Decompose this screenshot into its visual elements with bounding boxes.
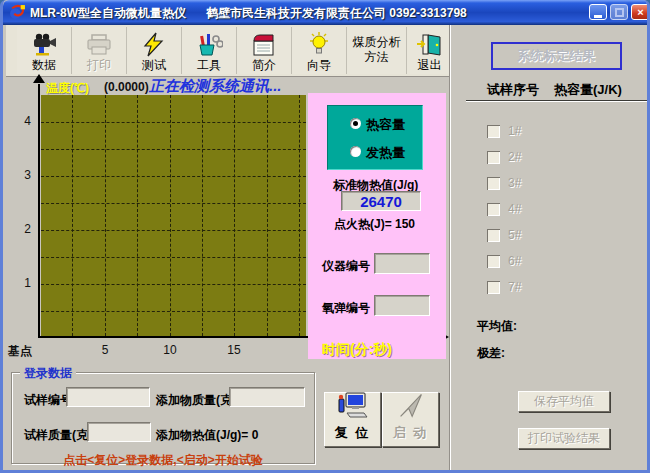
gridline-vertical [267, 95, 268, 336]
toolbar-label: 数据 [32, 58, 56, 72]
checkbox-sample-5 [487, 229, 500, 242]
radio-heat-capacity[interactable] [350, 118, 361, 129]
tools-icon [196, 33, 223, 58]
gridline-vertical [170, 95, 171, 336]
toolbar-button-coal-analysis[interactable]: 煤质分析方法 [347, 27, 407, 74]
checkbox-label: 1# [508, 124, 521, 138]
toolbar-button-data[interactable]: 数据 [17, 27, 72, 74]
toolbar-label: 打印 [87, 58, 111, 72]
y-axis-line [38, 84, 40, 338]
bomb-no-input[interactable] [375, 297, 429, 316]
toolbar-label: 简介 [252, 58, 276, 72]
start-button-label: 启 动 [393, 424, 429, 442]
printer-icon [86, 33, 112, 58]
additive-mass-input[interactable] [230, 389, 304, 407]
window-title: MLR-8W型全自动微机量热仪 [30, 5, 186, 22]
toolbar-label: 向导 [307, 58, 331, 72]
additive-mass-field-frame [229, 387, 305, 407]
login-data-groupbox: 登录数据 试样编号 添加物质量(克) 试样质量(克) 添加物热值(J/g)= 0… [11, 372, 315, 464]
x-tick-label: 15 [222, 343, 246, 357]
checkbox-label: 6# [508, 254, 521, 268]
y-tick-label: 4 [15, 114, 31, 128]
gridline-vertical [72, 95, 73, 336]
window-company-title: 鹤壁市民生科技开发有限责任公司 0392-3313798 [206, 5, 467, 22]
toolbar-label: 煤质分析方法 [351, 35, 403, 65]
sample-no-field-frame [66, 387, 150, 407]
checkbox-sample-4 [487, 203, 500, 216]
toolbar-button-print: 打印 [72, 27, 127, 74]
maximize-icon [615, 8, 624, 17]
reset-button[interactable]: 复 位 [324, 392, 381, 447]
toolbar-button-test[interactable]: 测试 [127, 27, 182, 74]
close-button[interactable]: × [631, 4, 650, 20]
toolbar: 数据 打印 测试 工具 简介 向导 煤质分析方法 退出 [6, 25, 449, 77]
instrument-no-label: 仪器编号 [322, 258, 370, 275]
sample-no-label: 试样编号 [24, 392, 72, 409]
ignition-heat-text: 点火热(J)= 150 [334, 216, 415, 233]
x-origin-label: 基点 [8, 343, 32, 360]
toolbar-button-exit[interactable]: 退出 [407, 27, 452, 74]
sample-mass-label: 试样质量(克) [24, 427, 92, 444]
reset-button-label: 复 位 [335, 424, 371, 442]
gridline-vertical [234, 95, 235, 336]
start-button: 启 动 [382, 392, 439, 447]
exit-door-icon [416, 33, 443, 58]
calibration-results-title: 系统标定结果 [491, 42, 622, 70]
checkbox-label: 2# [508, 150, 521, 164]
minimize-icon [594, 15, 602, 18]
maximize-button[interactable] [610, 4, 628, 20]
additive-mass-label: 添加物质量(克) [156, 392, 236, 409]
toolbar-label: 退出 [418, 58, 442, 72]
results-panel: 系统标定结果 试样序号 热容量(J/K) 1# 2# 3# 4# 5# 6# 7… [449, 25, 650, 470]
checkbox-label: 4# [508, 202, 521, 216]
toolbar-button-wizard[interactable]: 向导 [292, 27, 347, 74]
minimize-button[interactable] [589, 4, 607, 20]
x-tick-label: 10 [158, 343, 182, 357]
radio-heat-capacity-label: 热容量 [366, 116, 405, 134]
checkbox-sample-6 [487, 255, 500, 268]
status-message: 正在检测系统通讯... [149, 77, 282, 96]
y-axis-arrow [33, 74, 45, 83]
checkbox-label: 3# [508, 176, 521, 190]
instrument-no-field-frame [374, 253, 430, 274]
save-average-button: 保存平均值 [518, 391, 610, 412]
standard-heat-input[interactable] [342, 192, 420, 210]
standard-heat-field-frame [341, 191, 421, 211]
chart-plot-area [41, 95, 306, 336]
toolbar-label: 工具 [197, 58, 221, 72]
column-header-sample: 试样序号 [487, 81, 539, 99]
checkbox-sample-7 [487, 281, 500, 294]
toolbar-label: 测试 [142, 58, 166, 72]
bomb-no-label: 氧弹编号 [322, 300, 370, 317]
y-tick-label: 1 [15, 276, 31, 290]
operation-hint: 点击<复位>登录数据,<启动>开始试验 [12, 452, 314, 469]
radio-calorific-value-label: 发热量 [366, 144, 405, 162]
y-tick-label: 2 [15, 222, 31, 236]
toolbar-button-intro[interactable]: 简介 [237, 27, 292, 74]
column-header-capacity: 热容量(J/K) [554, 81, 622, 99]
title-bar[interactable]: MLR-8W型全自动微机量热仪 鹤壁市民生科技开发有限责任公司 0392-331… [3, 0, 650, 25]
notebook-icon [251, 33, 277, 58]
header-divider [466, 100, 648, 101]
print-results-button: 打印试验结果 [518, 428, 610, 449]
bomb-no-field-frame [374, 295, 430, 316]
gridline-vertical [105, 95, 106, 336]
sample-no-input[interactable] [67, 389, 149, 407]
checkbox-sample-1 [487, 125, 500, 138]
range-label: 极差: [477, 345, 505, 362]
instrument-no-input[interactable] [375, 255, 429, 274]
x-tick-label: 5 [93, 343, 117, 357]
checkbox-label: 7# [508, 280, 521, 294]
gridline-vertical [202, 95, 203, 336]
sample-mass-input[interactable] [88, 424, 150, 442]
groupbox-title: 登录数据 [20, 365, 76, 382]
radio-calorific-value[interactable] [350, 146, 361, 157]
lightning-icon [141, 32, 167, 58]
camera-icon [31, 33, 58, 58]
checkbox-sample-3 [487, 177, 500, 190]
current-temperature-value: (0.0000) [104, 80, 149, 94]
lightbulb-icon [306, 32, 332, 58]
app-icon [9, 4, 26, 21]
gridline-vertical [137, 95, 138, 336]
toolbar-button-tools[interactable]: 工具 [182, 27, 237, 74]
